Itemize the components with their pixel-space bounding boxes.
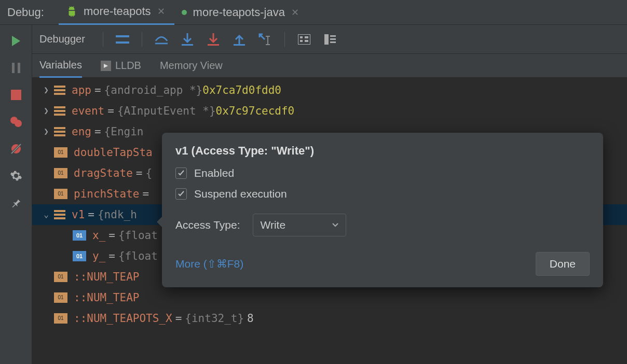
field-icon: 01 — [73, 251, 86, 261]
access-type-value: Write — [261, 219, 286, 231]
suspend-checkbox-row[interactable]: Suspend execution — [175, 188, 590, 200]
settings-icon[interactable] — [9, 169, 23, 183]
chevron-right-icon[interactable]: ❯ — [42, 121, 51, 142]
debug-label: Debug: — [7, 6, 44, 19]
var-name: ::NUM_TEAPOTS_X — [74, 308, 172, 329]
view-breakpoints-icon[interactable] — [9, 115, 23, 129]
chevron-down-icon[interactable]: ⌄ — [42, 204, 51, 225]
equals: = — [172, 308, 185, 329]
svg-rect-0 — [12, 63, 15, 73]
more-link[interactable]: More (⇧⌘F8) — [175, 258, 243, 270]
var-name: x_ — [92, 225, 105, 246]
variable-row[interactable]: 01::NUM_TEAPOTS_X={int32_t}8 — [32, 308, 627, 329]
equals: = — [91, 80, 104, 101]
var-type: {AInputEvent *} — [117, 101, 216, 121]
step-out-icon[interactable] — [233, 33, 246, 46]
popup-title: v1 (Access Type: "Write") — [175, 144, 590, 158]
equals: = — [105, 225, 118, 246]
primitive-icon: 01 — [54, 189, 67, 199]
debugger-subtabs: Variables LLDB Memory View — [32, 54, 627, 78]
trace-current-stream-chain-icon[interactable] — [323, 33, 337, 46]
separator — [142, 32, 142, 47]
show-execution-point-icon[interactable] — [116, 33, 129, 46]
debug-left-toolbar — [0, 25, 32, 364]
svg-rect-14 — [208, 44, 219, 46]
svg-rect-24 — [305, 40, 308, 42]
var-value: 8 — [244, 308, 254, 329]
access-type-select[interactable]: Write — [253, 214, 346, 236]
var-name: dragState — [74, 163, 133, 184]
debug-tab-more-teapots-java[interactable]: more-teapots-java ✕ — [174, 0, 308, 25]
run-dot-icon — [182, 10, 187, 15]
svg-rect-25 — [324, 34, 329, 45]
debugger-tab-label[interactable]: Debugger — [39, 33, 85, 45]
var-type: {ndk_h — [98, 204, 137, 225]
evaluate-expression-icon[interactable] — [297, 33, 311, 46]
primitive-icon: 01 — [54, 313, 67, 324]
separator — [103, 32, 103, 47]
var-name: doubleTapSta — [74, 142, 153, 163]
force-step-into-icon[interactable] — [207, 33, 220, 46]
tab-label: more-teapots-java — [193, 6, 285, 19]
struct-icon — [54, 209, 65, 220]
equals: = — [104, 101, 117, 121]
svg-rect-23 — [305, 36, 308, 38]
mute-breakpoints-icon[interactable] — [9, 142, 23, 156]
variable-row[interactable]: ❯app={android_app *} 0x7ca7d0fdd0 — [32, 80, 627, 101]
primitive-icon: 01 — [54, 272, 67, 282]
stop-icon[interactable] — [9, 88, 23, 102]
svg-rect-27 — [330, 38, 336, 40]
console-play-icon — [101, 61, 111, 71]
variable-row[interactable]: 01::NUM_TEAP — [32, 287, 627, 308]
debug-tab-more-teapots[interactable]: more-teapots ✕ — [59, 0, 174, 25]
primitive-icon: 01 — [54, 292, 67, 303]
equals: = — [85, 204, 98, 225]
var-name: pinchState — [74, 184, 139, 204]
popup-pointer — [157, 216, 163, 228]
pin-icon[interactable] — [9, 196, 23, 209]
subtab-memory-view[interactable]: Memory View — [160, 54, 223, 78]
var-type: {float — [118, 246, 158, 267]
svg-rect-20 — [298, 34, 310, 45]
step-over-icon[interactable] — [155, 33, 168, 46]
subtab-lldb-label: LLDB — [115, 60, 141, 72]
var-type: {float — [118, 225, 158, 246]
step-into-icon[interactable] — [181, 33, 194, 46]
var-address: 0x7c97cecdf0 — [216, 101, 295, 121]
svg-rect-21 — [300, 36, 303, 38]
var-address: 0x7ca7d0fdd0 — [202, 80, 281, 101]
var-type: {int32_t} — [185, 308, 244, 329]
separator — [284, 32, 285, 47]
var-type: {Engin — [104, 121, 144, 142]
var-name: ::NUM_TEAP — [74, 287, 139, 308]
svg-rect-9 — [116, 41, 129, 44]
var-name: ::NUM_TEAP — [74, 267, 139, 287]
svg-rect-16 — [234, 44, 245, 46]
svg-point-4 — [15, 120, 22, 127]
subtab-variables[interactable]: Variables — [39, 54, 82, 78]
suspend-label: Suspend execution — [194, 188, 287, 200]
checkbox-checked-icon[interactable] — [175, 167, 187, 179]
var-name: eng — [72, 121, 91, 142]
run-to-cursor-icon[interactable] — [258, 33, 272, 46]
pause-icon[interactable] — [9, 61, 23, 75]
done-button[interactable]: Done — [536, 252, 590, 276]
tab-label: more-teapots — [84, 5, 151, 18]
checkbox-checked-icon[interactable] — [175, 188, 187, 200]
resume-icon[interactable] — [9, 34, 23, 48]
close-icon[interactable]: ✕ — [291, 7, 299, 18]
var-type: {android_app *} — [104, 80, 203, 101]
chevron-down-icon — [332, 223, 338, 227]
chevron-right-icon[interactable]: ❯ — [42, 101, 51, 121]
primitive-icon: 01 — [54, 147, 67, 158]
watchpoint-popup: v1 (Access Type: "Write") Enabled Suspen… — [162, 133, 603, 287]
subtab-lldb[interactable]: LLDB — [101, 54, 141, 78]
close-icon[interactable]: ✕ — [157, 6, 165, 17]
equals: = — [139, 184, 152, 204]
chevron-right-icon[interactable]: ❯ — [42, 80, 51, 101]
enabled-checkbox-row[interactable]: Enabled — [175, 167, 590, 179]
variable-row[interactable]: ❯event={AInputEvent *} 0x7c97cecdf0 — [32, 101, 627, 121]
struct-icon — [54, 106, 65, 116]
svg-rect-8 — [116, 35, 129, 37]
var-name: v1 — [72, 204, 85, 225]
